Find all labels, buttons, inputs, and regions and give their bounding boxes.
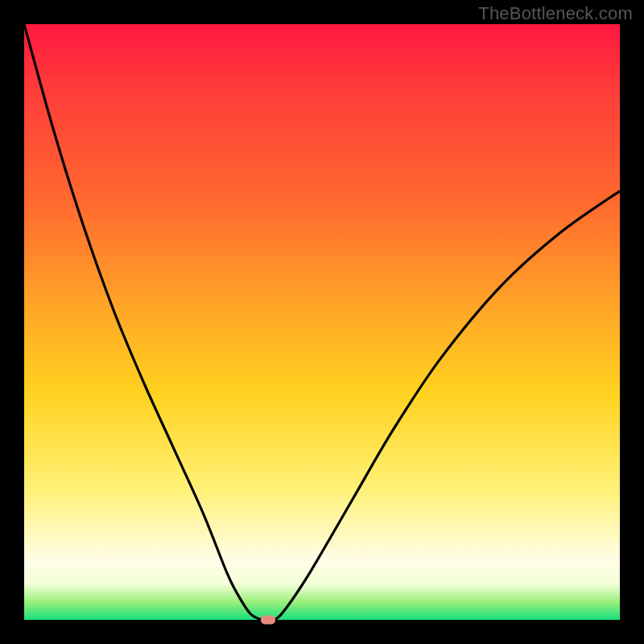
min-marker [261, 616, 275, 625]
curve-svg [24, 24, 620, 620]
plot-area [24, 24, 620, 620]
bottleneck-curve [24, 24, 620, 620]
chart-container: TheBottleneck.com [0, 0, 644, 644]
watermark-label: TheBottleneck.com [478, 3, 633, 24]
